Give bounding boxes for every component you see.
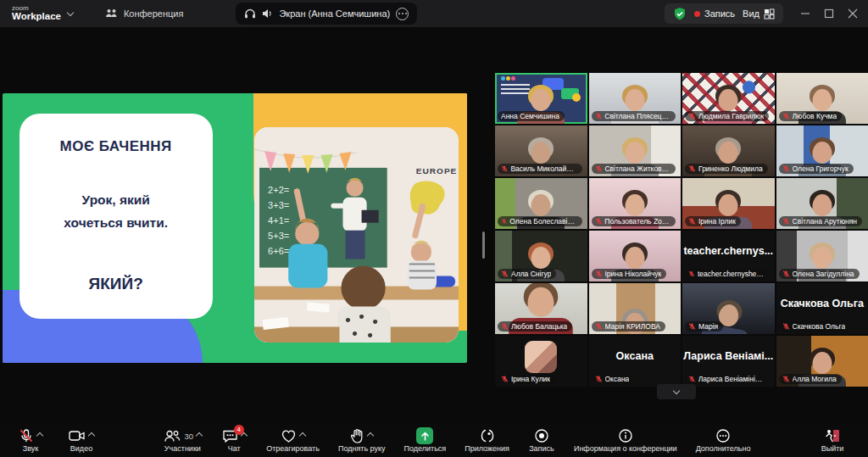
participant-tile[interactable]: ОксанаОксана	[589, 336, 682, 387]
participant-tile[interactable]: Лариса Веніамі...Лариса Веніамінівна	[682, 336, 775, 387]
participant-avatar	[525, 341, 557, 373]
participant-tile[interactable]: Любов Балацька	[495, 283, 587, 334]
muted-mic-icon	[501, 375, 509, 383]
chevron-up-icon[interactable]	[196, 432, 203, 439]
raise-hand-button[interactable]: Поднять руку	[333, 423, 391, 457]
muted-mic-icon	[782, 375, 790, 383]
participants-icon	[164, 429, 181, 443]
participant-tile[interactable]: Василь Миколайович	[495, 125, 587, 176]
chevron-up-icon[interactable]	[367, 432, 374, 439]
window-controls	[800, 8, 858, 19]
meeting-info-label: Информация о конференции	[574, 445, 677, 453]
record-icon	[534, 428, 549, 443]
participant-tile[interactable]: Гриненко Людмила	[682, 125, 775, 176]
participant-tile[interactable]: Ірина Кулик	[495, 336, 587, 387]
participant-tile[interactable]: Алла Могила	[776, 336, 868, 387]
view-button[interactable]: Вид	[743, 8, 775, 20]
participant-tile[interactable]: Ірина Ніколайчук	[589, 231, 682, 281]
audio-label: Звук	[23, 445, 38, 453]
muted-mic-icon	[688, 375, 696, 383]
tab-screen-share[interactable]: Экран (Анна Семчишина)	[236, 3, 417, 25]
participant-tile[interactable]: Скачкова ОльгаСкачкова Ольга	[776, 283, 868, 334]
video-button[interactable]: Видео	[63, 423, 100, 457]
chat-label: Чат	[228, 445, 241, 453]
muted-mic-icon	[688, 270, 695, 278]
participant-nametag: Скачкова Ольга	[779, 321, 851, 332]
classroom-photo: 2+2= 3+3= 4+1= 5+3= 6+6= EUROPE	[254, 127, 459, 343]
apps-button[interactable]: Приложения	[459, 423, 515, 457]
chevron-down-icon	[673, 387, 680, 393]
recording-indicator: Запись	[694, 8, 735, 19]
participant-tile[interactable]: Пользователь Zoom	[589, 178, 682, 229]
zoom-window: zoom Workplace Конференция Экран (Анна С…	[0, 0, 868, 457]
share-screen-button[interactable]: Поделиться	[399, 423, 452, 457]
participants-button[interactable]: 30 Участники	[159, 423, 208, 457]
record-button[interactable]: Запись	[523, 423, 560, 457]
meeting-info-button[interactable]: Информация о конференции	[569, 423, 682, 457]
camera-icon	[69, 429, 86, 443]
participant-tile[interactable]: Любов Кучма	[776, 73, 868, 124]
participant-tile[interactable]: Світлана Житкова 2	[589, 125, 682, 176]
react-label: Отреагировать	[266, 445, 320, 453]
mic-muted-icon	[19, 428, 34, 443]
participant-nametag: Анна Семчишина	[498, 111, 565, 121]
slide-question: ЯКИЙ?	[89, 275, 143, 293]
gallery-collapse-button[interactable]	[657, 384, 696, 399]
main-stage: МОЄ БАЧЕННЯ Урок, який хочеться вчити. Я…	[0, 27, 868, 423]
share-scrollbar-handle[interactable]	[482, 231, 485, 259]
poster-logo-icon	[501, 76, 505, 81]
record-label: Запись	[529, 445, 554, 453]
chat-button[interactable]: 4 Чат	[215, 423, 253, 457]
tab-options-icon[interactable]	[396, 8, 409, 20]
tab-share-label: Экран (Анна Семчишина)	[279, 8, 390, 19]
participant-tile[interactable]: Марія	[682, 283, 775, 334]
status-pill: Запись Вид	[665, 3, 783, 24]
participant-nametag: Олена Загідулліна	[779, 269, 860, 279]
chevron-up-icon[interactable]	[299, 432, 306, 439]
video-label: Видео	[70, 445, 92, 453]
meeting-toolbar: Звук Видео 30 Участники	[0, 423, 868, 457]
security-shield-icon[interactable]	[673, 7, 687, 21]
participant-tile[interactable]: Світлана Плясецька	[589, 73, 682, 124]
participant-nametag: Василь Миколайович	[498, 164, 582, 174]
more-icon	[715, 428, 731, 443]
workspace-menu[interactable]: zoom Workplace	[0, 5, 73, 22]
muted-mic-icon	[501, 164, 508, 173]
participant-tile[interactable]: Олена Григорчук	[776, 125, 868, 176]
shared-screen-slide: МОЄ БАЧЕННЯ Урок, який хочеться вчити. Я…	[3, 93, 467, 363]
participant-tile[interactable]: Алла Снігур	[495, 231, 587, 281]
audio-button[interactable]: Звук	[12, 423, 49, 457]
leave-door-icon	[824, 428, 841, 443]
participant-tile[interactable]: Ірина Ірлик	[682, 178, 775, 229]
titlebar: zoom Workplace Конференция Экран (Анна С…	[0, 0, 868, 27]
participant-tile[interactable]: Марія КРИЛОВА	[589, 283, 682, 334]
info-icon	[618, 428, 633, 443]
record-dot-icon	[694, 11, 700, 17]
muted-mic-icon	[782, 217, 790, 226]
participant-tile[interactable]: Олена Загідулліна	[776, 231, 868, 281]
leave-button[interactable]: Выйти	[814, 423, 851, 457]
tab-meeting[interactable]: Конференция	[105, 8, 183, 19]
participant-tile[interactable]: teacher.chernys...teacher.chernyshenko..…	[682, 231, 775, 281]
participant-tile[interactable]: Анна Семчишина	[495, 73, 587, 124]
participant-tile[interactable]: Людмила Гаврилюк	[682, 73, 775, 124]
muted-mic-icon	[595, 270, 603, 278]
leave-label: Выйти	[821, 445, 844, 453]
more-button[interactable]: Дополнительно	[691, 423, 756, 457]
minimize-button[interactable]	[800, 8, 810, 19]
heart-icon	[281, 429, 297, 443]
share-screen-icon	[416, 427, 433, 444]
close-button[interactable]	[848, 8, 858, 19]
poster-ring-shape	[572, 93, 581, 102]
muted-mic-icon	[595, 322, 603, 331]
maximize-button[interactable]	[824, 8, 834, 19]
raised-hand-icon	[350, 428, 364, 443]
participant-tile[interactable]: Світлана Арутюнян	[776, 178, 868, 229]
participant-tile[interactable]: Олена Болеславівна Д...	[495, 178, 587, 229]
slide-body-text: Урок, який хочеться вчити.	[64, 188, 168, 234]
chevron-up-icon[interactable]	[88, 432, 95, 439]
participant-grid: Анна СемчишинаСвітлана ПлясецькаЛюдмила …	[495, 73, 868, 387]
react-button[interactable]: Отреагировать	[261, 423, 325, 457]
chevron-up-icon[interactable]	[36, 432, 43, 439]
participant-nametag: Оксана	[592, 374, 635, 384]
